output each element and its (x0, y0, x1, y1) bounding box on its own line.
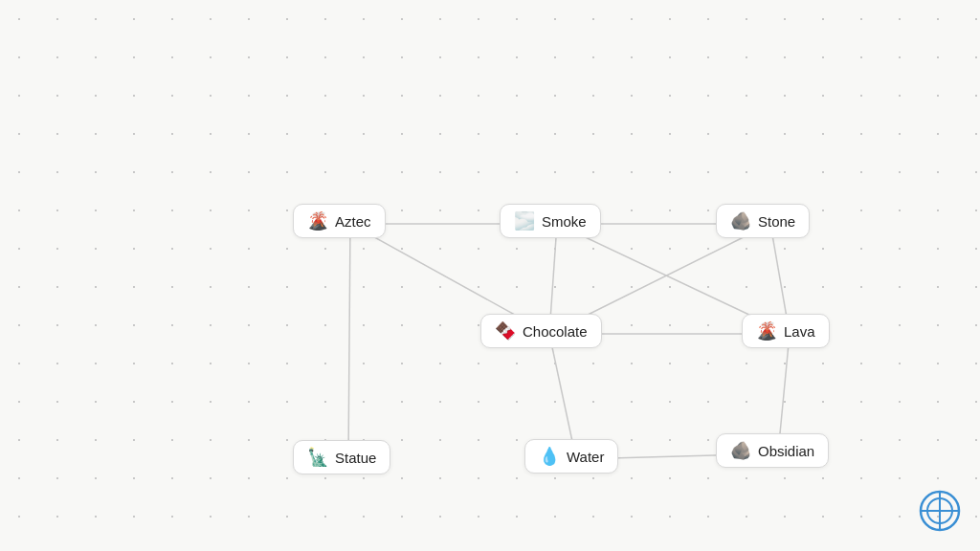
node-water[interactable]: 💧Water (524, 439, 618, 474)
node-chocolate[interactable]: 🍫Chocolate (480, 314, 602, 348)
node-stone[interactable]: 🪨Stone (716, 204, 810, 238)
water-emoji: 💧 (539, 448, 560, 465)
node-statue[interactable]: 🗽Statue (293, 440, 390, 474)
lava-label: Lava (784, 323, 815, 340)
smoke-label: Smoke (542, 213, 587, 230)
lava-emoji: 🌋 (756, 322, 777, 340)
node-aztec[interactable]: 🌋Aztec (293, 204, 386, 238)
chocolate-label: Chocolate (523, 323, 588, 340)
aztec-emoji: 🌋 (307, 212, 328, 230)
statue-label: Statue (335, 450, 376, 466)
statue-emoji: 🗽 (307, 449, 328, 466)
smoke-emoji: 🌫️ (514, 212, 535, 230)
obsidian-emoji: 🪨 (730, 442, 751, 459)
connections-svg (0, 0, 980, 551)
game-icon[interactable] (919, 490, 961, 532)
node-lava[interactable]: 🌋Lava (742, 314, 830, 348)
stone-label: Stone (758, 213, 795, 230)
node-smoke[interactable]: 🌫️Smoke (500, 204, 601, 238)
water-label: Water (567, 449, 604, 465)
obsidian-label: Obsidian (758, 443, 814, 459)
node-obsidian[interactable]: 🪨Obsidian (716, 433, 829, 468)
stone-emoji: 🪨 (730, 212, 751, 230)
chocolate-emoji: 🍫 (495, 322, 516, 340)
svg-line-2 (348, 224, 350, 460)
aztec-label: Aztec (335, 213, 371, 230)
